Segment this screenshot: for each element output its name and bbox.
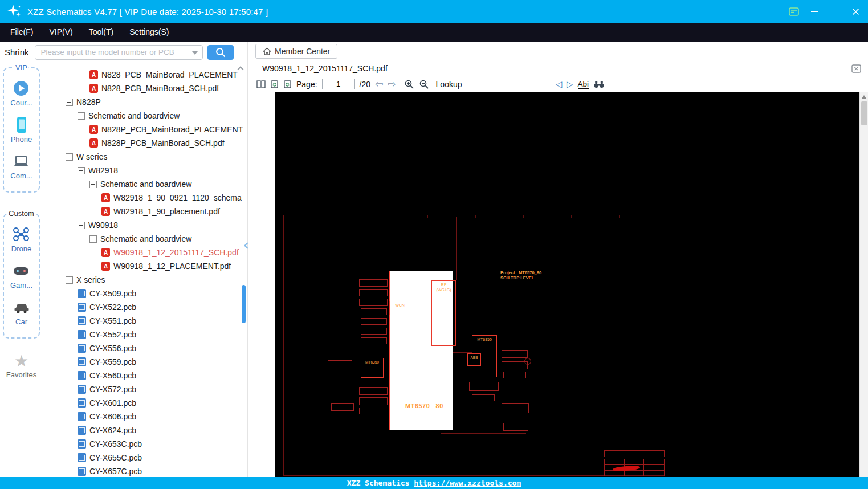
sidebar-item-phone[interactable]: Phone xyxy=(11,116,32,144)
viewer-scrollbar-thumb[interactable] xyxy=(861,101,867,125)
member-center-button[interactable]: Member Center xyxy=(255,44,337,59)
pdf-canvas[interactable]: Project : MT6570_80 SCH TOP LEVEL RF (WG… xyxy=(275,92,859,477)
tree-item[interactable]: W90918 xyxy=(43,218,247,232)
pcb-file-icon xyxy=(78,398,86,408)
main-area: Shrink VIPCour...PhoneCom...CustomDroneG… xyxy=(0,42,868,477)
minimize-button[interactable] xyxy=(808,5,821,18)
tree-item[interactable]: AW90918_1_12_PLACEMENT.pdf xyxy=(43,259,247,273)
tree-item[interactable]: CY-X559.pcb xyxy=(43,355,247,369)
schematic-block xyxy=(502,361,528,369)
search-prev-icon[interactable]: ◁ xyxy=(556,80,563,88)
tree-item-label: Schematic and boardview xyxy=(88,111,180,120)
collapse-icon[interactable] xyxy=(78,222,85,229)
sidebar-group-label: VIP xyxy=(14,63,29,72)
sidebar-item-label: Gam... xyxy=(10,281,32,290)
collapse-icon[interactable] xyxy=(89,181,97,188)
tree-item-label: W series xyxy=(76,152,107,161)
sidebar-item-label: Phone xyxy=(11,135,32,144)
tree-item-label: W82918_1_90_0921_1120_schema xyxy=(113,193,242,202)
tree-item[interactable]: AW90918_1_12_20151117_SCH.pdf xyxy=(43,246,247,259)
lookup-input[interactable] xyxy=(467,79,551,89)
collapse-icon[interactable] xyxy=(78,167,85,174)
schematic-chip-label: MT6570 _80 xyxy=(405,402,443,409)
tree-item-label: W90918 xyxy=(88,221,118,230)
binoculars-icon[interactable] xyxy=(593,80,605,88)
tree-item[interactable]: CY-X657C.pcb xyxy=(43,464,247,477)
match-case-button[interactable]: Abi xyxy=(578,80,589,89)
search-button[interactable] xyxy=(207,45,234,60)
tree-item[interactable]: AW82918_1_90_0921_1120_schema xyxy=(43,191,247,205)
page-input[interactable] xyxy=(322,79,355,89)
status-url[interactable]: https://www.xzztools.com xyxy=(414,479,521,487)
sidebar-item-gamepad[interactable]: Gam... xyxy=(10,262,32,290)
pdf-file-icon: A xyxy=(89,84,98,93)
collapse-icon[interactable] xyxy=(66,99,73,106)
maximize-button[interactable] xyxy=(828,5,842,18)
sidebar-item-drone[interactable]: Drone xyxy=(11,226,31,253)
tree-item[interactable]: Schematic and boardview xyxy=(43,109,247,123)
tree-item-label: N828P xyxy=(76,97,101,107)
schematic-block xyxy=(359,387,388,395)
tree-item[interactable]: CY-X522.pcb xyxy=(43,300,247,314)
tree-item[interactable]: AW82918_1_90_placement.pdf xyxy=(43,205,247,218)
collapse-panel-icon[interactable] xyxy=(243,238,251,254)
tree-item[interactable]: AN828P_PCB_MainBorad_SCH.pdf xyxy=(43,136,247,150)
sidebar-item-play-circle[interactable]: Cour... xyxy=(10,80,32,107)
tree-item[interactable]: CY-X572.pcb xyxy=(43,382,247,396)
tree-item[interactable]: Schematic and boardview xyxy=(43,232,247,246)
tree-scrollbar-thumb[interactable] xyxy=(242,285,246,323)
tree-item[interactable]: AN828_PCB_MainBorad_PLACEMENT_ xyxy=(43,68,247,82)
menu-item[interactable]: File(F) xyxy=(2,23,41,42)
schematic-wire xyxy=(441,433,526,434)
collapse-icon[interactable] xyxy=(66,276,73,284)
tree-item[interactable]: CY-X509.pcb xyxy=(43,287,247,300)
tree-item[interactable]: CY-X601.pcb xyxy=(43,396,247,410)
tree-item-label: CY-X559.pcb xyxy=(89,357,136,366)
sidebar-item-favorites[interactable]: ★ Favorites xyxy=(0,353,43,379)
tree-item[interactable]: CY-X551.pcb xyxy=(43,314,247,328)
chevron-down-icon[interactable] xyxy=(192,51,198,55)
pdf-file-icon: A xyxy=(101,193,110,202)
collapse-icon[interactable] xyxy=(78,112,85,120)
tree-item[interactable]: AN828P_PCB_MainBorad_PLACEMENT xyxy=(43,123,247,136)
tree-item[interactable]: Schematic and boardview xyxy=(43,177,247,191)
card-icon[interactable] xyxy=(787,5,801,18)
tree-item[interactable]: X series xyxy=(43,273,247,287)
zoom-out-icon[interactable] xyxy=(419,79,429,89)
search-input[interactable] xyxy=(35,46,202,59)
tree-item[interactable]: CY-X624.pcb xyxy=(43,423,247,437)
rotate-left-icon[interactable] xyxy=(270,80,279,89)
pcb-file-icon xyxy=(78,467,86,476)
search-next-icon[interactable]: ▷ xyxy=(567,80,573,88)
menu-item[interactable]: Tool(T) xyxy=(81,23,122,42)
close-button[interactable] xyxy=(849,5,862,18)
rotate-right-icon[interactable] xyxy=(283,80,292,89)
close-tab-icon[interactable] xyxy=(851,64,861,73)
next-page-icon[interactable]: ⇨ xyxy=(388,79,396,89)
tree-item[interactable]: N828P xyxy=(43,95,247,109)
tree-item[interactable]: W series xyxy=(43,150,247,164)
two-page-view-icon[interactable] xyxy=(256,80,266,88)
tree-item[interactable]: CY-X606.pcb xyxy=(43,410,247,423)
scroll-up-icon[interactable] xyxy=(862,95,866,99)
tree-item[interactable]: CY-X655C.pcb xyxy=(43,451,247,464)
tree-item[interactable]: CY-X556.pcb xyxy=(43,341,247,355)
sidebar-item-laptop[interactable]: Com... xyxy=(10,153,32,180)
document-tab[interactable]: W90918_1_12_20151117_SCH.pdf xyxy=(255,61,397,76)
collapse-icon[interactable] xyxy=(66,153,73,161)
tree-item[interactable]: CY-X653C.pcb xyxy=(43,437,247,451)
shrink-button[interactable]: Shrink xyxy=(5,47,29,57)
menu-item[interactable]: Settings(S) xyxy=(121,23,177,42)
viewer-scrollbar[interactable] xyxy=(859,92,868,477)
tree-item[interactable]: AN828_PCB_MainBorad_SCH.pdf xyxy=(43,82,247,95)
tree-item[interactable]: W82918 xyxy=(43,164,247,177)
collapse-icon[interactable] xyxy=(89,235,97,243)
tree-item[interactable]: CY-X560.pcb xyxy=(43,369,247,382)
sidebar-item-car[interactable]: Car xyxy=(13,299,30,326)
zoom-in-icon[interactable] xyxy=(404,79,414,89)
tree-item[interactable]: CY-X552.pcb xyxy=(43,328,247,341)
schematic-block xyxy=(502,403,529,413)
menu-item[interactable]: VIP(V) xyxy=(41,23,80,42)
pdf-file-icon: A xyxy=(89,125,98,134)
prev-page-icon[interactable]: ⇦ xyxy=(375,79,383,89)
